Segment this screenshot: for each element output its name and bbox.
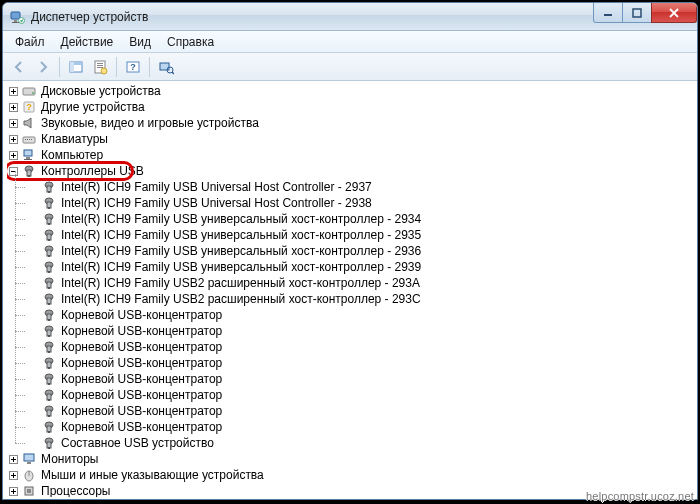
tree-node-label: Звуковые, видео и игровые устройства [41, 115, 259, 131]
tree-node-usb-child[interactable]: Корневой USB-концентратор [27, 323, 695, 339]
toolbar-show-root-button[interactable] [64, 55, 88, 79]
back-icon [11, 59, 27, 75]
svg-rect-89 [48, 383, 50, 385]
tree-node-usb-child[interactable]: Корневой USB-концентратор [27, 371, 695, 387]
svg-rect-83 [48, 351, 50, 353]
svg-rect-80 [48, 335, 50, 337]
svg-rect-74 [48, 303, 50, 305]
usb-icon [41, 371, 57, 387]
device-tree[interactable]: Дисковые устройства?Другие устройстваЗву… [7, 83, 695, 497]
svg-rect-71 [48, 287, 50, 289]
tree-node-usb-child[interactable]: Корневой USB-концентратор [27, 355, 695, 371]
menu-file[interactable]: Файл [7, 33, 53, 51]
watermark: helpcompstr.ucoz.net [586, 490, 694, 502]
tree-node-label: Корневой USB-концентратор [61, 307, 222, 323]
forward-icon [35, 59, 51, 75]
computer-icon [21, 147, 37, 163]
menu-action[interactable]: Действие [53, 33, 122, 51]
expand-icon[interactable] [7, 101, 19, 113]
usb-icon [41, 403, 57, 419]
tree-node-label: Корневой USB-концентратор [61, 339, 222, 355]
svg-rect-5 [633, 9, 641, 17]
menu-view[interactable]: Вид [121, 33, 159, 51]
tree-node-usb-child[interactable]: Intel(R) ICH9 Family USB Universal Host … [27, 195, 695, 211]
tree-node-label: Корневой USB-концентратор [61, 419, 222, 435]
svg-rect-62 [48, 239, 50, 241]
tree-node-other[interactable]: ?Другие устройства [7, 99, 695, 115]
expand-icon[interactable] [7, 133, 19, 145]
tree-node-usb-child[interactable]: Intel(R) ICH9 Family USB универсальный х… [27, 243, 695, 259]
svg-rect-1 [14, 20, 17, 22]
svg-rect-68 [48, 271, 50, 273]
tree-node-usb-child[interactable]: Корневой USB-концентратор [27, 339, 695, 355]
tree-node-label: Корневой USB-концентратор [61, 323, 222, 339]
tree-node-keyboards[interactable]: Клавиатуры [7, 131, 695, 147]
tree-node-label: Составное USB устройство [61, 435, 214, 451]
usb-icon [41, 211, 57, 227]
tree-node-usb-child[interactable]: Intel(R) ICH9 Family USB Universal Host … [27, 179, 695, 195]
tree-node-disks[interactable]: Дисковые устройства [7, 83, 695, 99]
tree-node-label: Intel(R) ICH9 Family USB2 расширенный хо… [61, 291, 421, 307]
expand-icon[interactable] [7, 85, 19, 97]
usb-icon [41, 179, 57, 195]
svg-text:?: ? [26, 102, 32, 112]
tree-node-label: Intel(R) ICH9 Family USB Universal Host … [61, 179, 372, 195]
usb-icon [41, 387, 57, 403]
toolbar-separator [59, 57, 60, 77]
tree-node-label: Компьютер [41, 147, 103, 163]
tree-node-label: Контроллеры USB [41, 163, 144, 179]
collapse-icon[interactable] [7, 165, 19, 177]
tree-node-label: Корневой USB-концентратор [61, 403, 222, 419]
tree-node-sound[interactable]: Звуковые, видео и игровые устройства [7, 115, 695, 131]
toolbar-help-button[interactable]: ? [121, 55, 145, 79]
tree-node-usb-child[interactable]: Intel(R) ICH9 Family USB универсальный х… [27, 211, 695, 227]
minimize-button[interactable] [593, 3, 623, 23]
titlebar[interactable]: Диспетчер устройств [3, 3, 697, 31]
tree-node-usb-child[interactable]: Intel(R) ICH9 Family USB2 расширенный хо… [27, 291, 695, 307]
svg-rect-53 [48, 191, 50, 193]
tree-node-label: Intel(R) ICH9 Family USB2 расширенный хо… [61, 275, 420, 291]
tree-node-computer[interactable]: Компьютер [7, 147, 695, 163]
speaker-icon [21, 115, 37, 131]
usb-icon [21, 163, 37, 179]
expand-icon[interactable] [7, 485, 19, 497]
tree-node-usb-child[interactable]: Корневой USB-концентратор [27, 403, 695, 419]
usb-icon [41, 355, 57, 371]
tree-node-label: Корневой USB-концентратор [61, 387, 222, 403]
usb-icon [41, 339, 57, 355]
tree-node-usb-child[interactable]: Корневой USB-концентратор [27, 387, 695, 403]
menu-help[interactable]: Справка [159, 33, 222, 51]
content-area: Дисковые устройства?Другие устройстваЗву… [3, 81, 697, 499]
properties-icon [92, 59, 108, 75]
usb-icon [41, 419, 57, 435]
scan-hardware-icon [158, 59, 174, 75]
usb-icon [41, 243, 57, 259]
svg-rect-0 [11, 12, 20, 19]
svg-rect-11 [97, 65, 103, 66]
svg-rect-44 [26, 157, 30, 159]
toolbar-back-button[interactable] [7, 55, 31, 79]
toolbar-scan-button[interactable] [154, 55, 178, 79]
svg-point-13 [101, 68, 107, 74]
maximize-button[interactable] [622, 3, 652, 23]
tree-node-usb-child[interactable]: Корневой USB-концентратор [27, 307, 695, 323]
tree-node-usb-child[interactable]: Составное USB устройство [27, 435, 695, 451]
expand-icon[interactable] [7, 117, 19, 129]
tree-node-usb-child[interactable]: Intel(R) ICH9 Family USB универсальный х… [27, 259, 695, 275]
toolbar-properties-button[interactable] [88, 55, 112, 79]
tree-node-mice[interactable]: Мыши и иные указывающие устройства [7, 467, 695, 483]
tree-node-usb[interactable]: Контроллеры USBIntel(R) ICH9 Family USB … [7, 163, 695, 451]
usb-icon [41, 195, 57, 211]
close-button[interactable] [651, 3, 697, 23]
tree-node-monitors[interactable]: Мониторы [7, 451, 695, 467]
expand-icon[interactable] [7, 149, 19, 161]
svg-rect-36 [25, 139, 26, 140]
expand-icon[interactable] [7, 469, 19, 481]
tree-node-usb-child[interactable]: Корневой USB-концентратор [27, 419, 695, 435]
tree-node-usb-child[interactable]: Intel(R) ICH9 Family USB универсальный х… [27, 227, 695, 243]
tree-node-usb-child[interactable]: Intel(R) ICH9 Family USB2 расширенный хо… [27, 275, 695, 291]
svg-rect-95 [48, 415, 50, 417]
usb-icon [41, 435, 57, 451]
toolbar-forward-button[interactable] [31, 55, 55, 79]
expand-icon[interactable] [7, 453, 19, 465]
